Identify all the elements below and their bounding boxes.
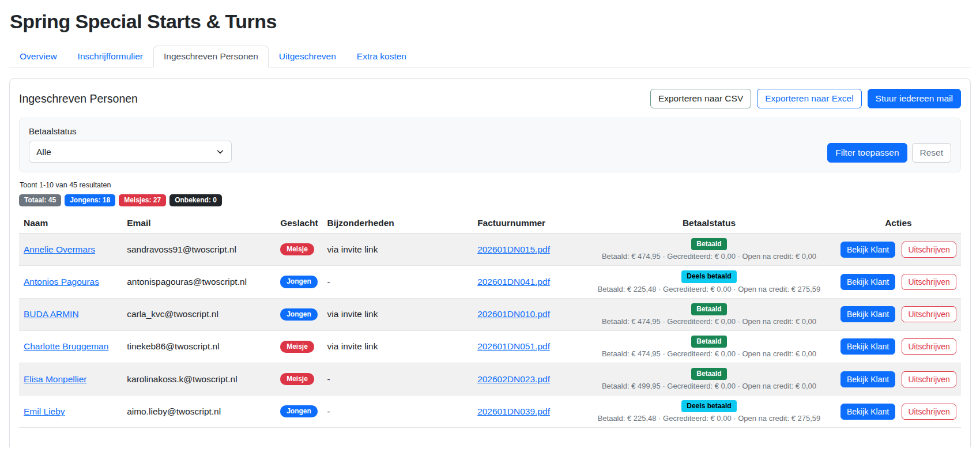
table-row: Charlotte Bruggeman tinekeb86@twoscript.… — [19, 330, 961, 363]
unsubscribe-button[interactable]: Uitschrijven — [902, 242, 956, 258]
unsubscribe-button[interactable]: Uitschrijven — [902, 338, 956, 355]
gender-badge: Meisje — [280, 373, 314, 385]
reset-filter-button[interactable]: Reset — [912, 143, 952, 163]
invoice-link[interactable]: 202601DN041.pdf — [477, 277, 550, 287]
gender-badge: Jongen — [280, 308, 318, 321]
status-badge: Betaald — [691, 303, 726, 315]
status-badge: Deels betaald — [681, 400, 736, 412]
mail-everyone-button[interactable]: Stuur iedereen mail — [868, 89, 961, 108]
count-badge: Totaal: 45 — [19, 194, 61, 206]
tab-overview[interactable]: Overview — [9, 46, 67, 67]
table-row: BUDA ARMIN carla_kvc@twoscript.nl Jongen… — [19, 298, 961, 330]
page-title: Spring Special Starts & Turns — [10, 10, 971, 33]
view-client-button[interactable]: Bekijk Klant — [840, 404, 895, 420]
export-csv-button[interactable]: Exporteren naar CSV — [650, 89, 751, 108]
registrations-table: NaamEmailGeslachtBijzonderhedenFactuurnu… — [19, 213, 961, 428]
notes-cell: - — [323, 363, 473, 395]
unsubscribe-button[interactable]: Uitschrijven — [902, 274, 956, 290]
status-badge: Betaald — [691, 336, 726, 348]
view-client-button[interactable]: Bekijk Klant — [840, 306, 895, 322]
email-cell: carla_kvc@twoscript.nl — [122, 298, 276, 330]
registered-persons-panel: Ingeschreven Personen Exporteren naar CS… — [9, 78, 971, 447]
unsubscribe-button[interactable]: Uitschrijven — [902, 371, 956, 387]
view-client-button[interactable]: Bekijk Klant — [840, 242, 895, 258]
gender-badge: Jongen — [280, 276, 318, 288]
column-header: Factuurnummer — [473, 213, 582, 233]
payment-detail: Betaald: € 474,95 · Gecrediteerd: € 0,00… — [587, 252, 831, 261]
payment-detail: Betaald: € 499,95 · Gecrediteerd: € 0,00… — [587, 382, 831, 390]
invoice-link[interactable]: 202601DN015.pdf — [477, 244, 550, 254]
student-name-link[interactable]: Emil Lieby — [24, 406, 65, 416]
betaalstatus-label: Betaalstatus — [29, 126, 232, 136]
view-client-button[interactable]: Bekijk Klant — [840, 274, 895, 290]
student-name-link[interactable]: BUDA ARMIN — [24, 309, 79, 319]
tab-bar: OverviewInschrijfformulierIngeschreven P… — [9, 46, 971, 67]
filter-field: Betaalstatus Alle — [29, 126, 232, 163]
invoice-link[interactable]: 202601DN039.pdf — [477, 406, 550, 416]
table-body: Annelie Overmars sandravoss91@twoscript.… — [19, 233, 961, 428]
email-cell: aimo.lieby@twoscript.nl — [122, 396, 276, 428]
email-cell: karolinakoss.k@twoscript.nl — [122, 363, 276, 395]
invoice-link[interactable]: 202601DN051.pdf — [477, 341, 550, 351]
column-header: Betaalstatus — [582, 213, 836, 233]
email-cell: tinekeb86@twoscript.nl — [122, 330, 276, 363]
tab-uitgeschreven[interactable]: Uitgeschreven — [269, 46, 346, 67]
betaalstatus-select[interactable]: Alle — [29, 141, 232, 163]
tab-inschrijfformulier[interactable]: Inschrijfformulier — [67, 46, 153, 67]
column-header: Naam — [19, 213, 122, 233]
export-buttons: Exporteren naar CSV Exporteren naar Exce… — [650, 89, 961, 108]
gender-badge: Jongen — [280, 405, 318, 417]
tab-ingeschreven-personen[interactable]: Ingeschreven Personen — [153, 46, 269, 67]
view-client-button[interactable]: Bekijk Klant — [840, 338, 895, 355]
export-excel-button[interactable]: Exporteren naar Excel — [757, 89, 861, 108]
count-badge: Jongens: 18 — [65, 194, 115, 206]
table-row: Annelie Overmars sandravoss91@twoscript.… — [19, 233, 961, 266]
invoice-link[interactable]: 202602DN023.pdf — [477, 374, 550, 384]
notes-cell: via invite link — [323, 330, 473, 363]
count-badge: Meisjes: 27 — [119, 194, 166, 206]
table-row: Emil Lieby aimo.lieby@twoscript.nl Jonge… — [19, 396, 961, 428]
notes-cell: via invite link — [323, 233, 473, 266]
invoice-link[interactable]: 202601DN010.pdf — [477, 309, 550, 319]
payment-detail: Betaald: € 474,95 · Gecrediteerd: € 0,00… — [587, 317, 831, 326]
payment-detail: Betaald: € 225,48 · Gecrediteerd: € 0,00… — [587, 285, 831, 293]
table-row: Elisa Monpellier karolinakoss.k@twoscrip… — [19, 363, 961, 395]
table-header-row: NaamEmailGeslachtBijzonderhedenFactuurnu… — [19, 213, 961, 233]
apply-filter-button[interactable]: Filter toepassen — [827, 143, 907, 163]
status-badge: Betaald — [691, 238, 726, 250]
status-badge: Betaald — [691, 368, 726, 380]
column-header: Geslacht — [276, 213, 322, 233]
student-name-link[interactable]: Annelie Overmars — [24, 244, 95, 254]
email-cell: antonispagouras@twoscript.nl — [122, 266, 276, 298]
column-header: Acties — [836, 213, 961, 233]
payment-detail: Betaald: € 474,95 · Gecrediteerd: € 0,00… — [587, 349, 831, 358]
filter-box: Betaalstatus Alle Filter toepassen Reset — [19, 118, 961, 172]
gender-badge: Meisje — [280, 341, 314, 353]
filter-actions: Filter toepassen Reset — [827, 143, 951, 163]
betaalstatus-select-wrap: Alle — [29, 141, 232, 163]
table-row: Antonios Pagouras antonispagouras@twoscr… — [19, 266, 961, 298]
notes-cell: - — [323, 396, 473, 428]
student-name-link[interactable]: Antonios Pagouras — [24, 277, 99, 287]
column-header: Bijzonderheden — [323, 213, 473, 233]
count-badges: Totaal: 45Jongens: 18Meisjes: 27Onbekend… — [19, 194, 961, 206]
tab-extra-kosten[interactable]: Extra kosten — [346, 46, 417, 67]
unsubscribe-button[interactable]: Uitschrijven — [902, 404, 956, 420]
column-header: Email — [122, 213, 276, 233]
notes-cell: - — [323, 266, 473, 298]
view-client-button[interactable]: Bekijk Klant — [840, 371, 895, 387]
payment-detail: Betaald: € 225,48 · Gecrediteerd: € 0,00… — [587, 414, 831, 423]
student-name-link[interactable]: Elisa Monpellier — [24, 374, 86, 384]
student-name-link[interactable]: Charlotte Bruggeman — [24, 341, 108, 351]
status-badge: Deels betaald — [681, 270, 736, 282]
results-summary: Toont 1-10 van 45 resultaten — [20, 181, 960, 189]
gender-badge: Meisje — [280, 243, 314, 255]
unsubscribe-button[interactable]: Uitschrijven — [902, 306, 956, 322]
panel-title: Ingeschreven Personen — [19, 92, 138, 106]
email-cell: sandravoss91@twoscript.nl — [122, 233, 276, 266]
panel-header: Ingeschreven Personen Exporteren naar CS… — [19, 89, 961, 108]
count-badge: Onbekend: 0 — [169, 194, 222, 206]
notes-cell: via invite link — [323, 298, 473, 330]
